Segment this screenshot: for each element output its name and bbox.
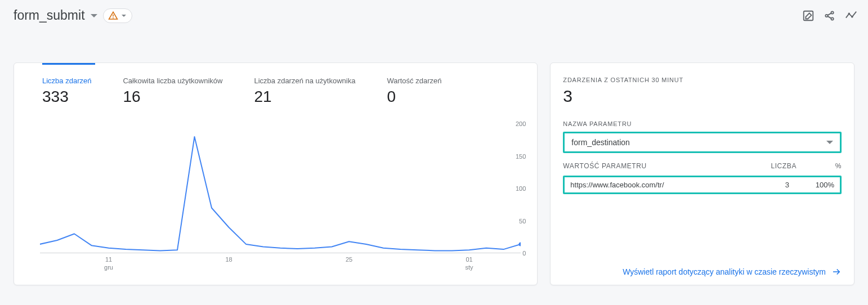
page-title: form_submit: [14, 8, 85, 23]
metric-value: 16: [123, 87, 222, 107]
param-rows: https://www.facebook.com/tr/ 3 100%: [563, 176, 842, 194]
param-name-dropdown[interactable]: form_destination: [563, 132, 842, 153]
svg-point-11: [519, 242, 521, 246]
metric-label: Całkowita liczba użytkowników: [123, 77, 222, 86]
realtime-report-link[interactable]: Wyświetl raport dotyczący analityki w cz…: [563, 260, 842, 277]
active-tab-indicator: [42, 63, 95, 65]
row-value: https://www.facebook.com/tr/: [570, 181, 733, 189]
title-dropdown-icon[interactable]: [91, 14, 97, 17]
y-tick: 0: [522, 250, 526, 257]
customize-report-button[interactable]: [802, 9, 815, 23]
x-tick: 01sty: [465, 255, 473, 271]
svg-point-9: [852, 16, 853, 17]
col-value: WARTOŚĆ PARAMETRU: [563, 162, 740, 170]
svg-point-5: [831, 17, 833, 20]
metric-event-value[interactable]: Wartość zdarzeń 0: [387, 77, 441, 107]
header-right: [802, 9, 858, 23]
metric-event-count[interactable]: Liczba zdarzeń 333: [42, 77, 91, 107]
metric-label: Liczba zdarzeń: [42, 77, 91, 86]
metrics-card: Liczba zdarzeń 333 Całkowita liczba użyt…: [14, 62, 538, 285]
metric-value: 21: [254, 87, 355, 107]
row-pct: 100%: [789, 181, 834, 189]
x-tick: 11gru: [104, 255, 113, 271]
header-left: form_submit: [14, 8, 132, 23]
metric-value: 0: [387, 87, 441, 107]
y-tick: 50: [519, 218, 526, 225]
y-tick: 150: [516, 153, 526, 160]
insights-button[interactable]: [844, 9, 858, 23]
chart-area: 050100150200 11gru182501sty: [24, 122, 527, 279]
chevron-down-icon: [122, 15, 126, 17]
cards-row: Liczba zdarzeń 333 Całkowita liczba użyt…: [0, 31, 868, 298]
arrow-right-icon: [831, 267, 842, 277]
parameter-card: ZDARZENIA Z OSTATNICH 30 MINUT 3 NAZWA P…: [550, 62, 854, 285]
y-tick: 200: [516, 120, 526, 127]
metrics-row: Liczba zdarzeń 333 Całkowita liczba użyt…: [24, 63, 527, 107]
x-tick: 18: [225, 255, 232, 263]
metric-value: 333: [42, 87, 91, 107]
svg-point-8: [848, 13, 849, 14]
table-row[interactable]: https://www.facebook.com/tr/ 3 100%: [565, 177, 840, 192]
svg-point-3: [825, 14, 827, 16]
param-name-value: form_destination: [571, 138, 630, 147]
svg-point-1: [113, 17, 114, 18]
y-tick: 100: [516, 185, 526, 192]
param-value-table: WARTOŚĆ PARAMETRU LICZBA % https://www.f…: [563, 162, 842, 194]
svg-line-6: [827, 13, 831, 15]
svg-line-7: [827, 16, 831, 18]
metric-events-per-user[interactable]: Liczba zdarzeń na użytkownika 21: [254, 77, 355, 107]
x-axis: 11gru182501sty: [40, 255, 521, 278]
realtime-count: 3: [563, 87, 842, 106]
warning-pill[interactable]: [103, 8, 132, 23]
realtime-title: ZDARZENIA Z OSTATNICH 30 MINUT: [563, 77, 842, 83]
metric-label: Wartość zdarzeń: [387, 77, 441, 86]
row-count: 3: [733, 181, 789, 189]
metric-total-users[interactable]: Całkowita liczba użytkowników 16: [123, 77, 222, 107]
chevron-down-icon: [826, 141, 833, 144]
svg-point-4: [831, 11, 833, 14]
share-button[interactable]: [823, 9, 836, 23]
x-tick: 25: [346, 255, 352, 263]
warning-icon: [108, 11, 118, 21]
col-pct: %: [797, 162, 842, 170]
page-header: form_submit: [0, 0, 868, 31]
line-chart: [40, 124, 521, 253]
col-count: LICZBA: [740, 162, 797, 170]
metric-label: Liczba zdarzeń na użytkownika: [254, 77, 355, 86]
link-label: Wyświetl raport dotyczący analityki w cz…: [623, 267, 826, 276]
param-name-label: NAZWA PARAMETRU: [563, 120, 842, 127]
